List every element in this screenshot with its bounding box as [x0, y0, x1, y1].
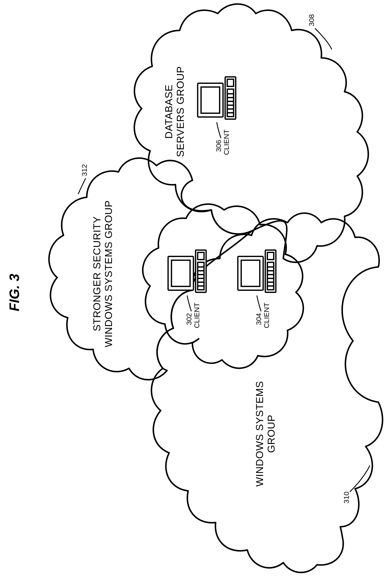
- svg-rect-10: [197, 252, 204, 260]
- client-304-icon: [236, 248, 282, 294]
- ref-310: 310: [342, 492, 350, 503]
- client-302-ref: 302: [185, 313, 193, 325]
- client-304-label: CLIENT: [262, 303, 270, 328]
- leader-312: [78, 178, 86, 194]
- ref-308: 308: [307, 14, 315, 26]
- windows-systems-line1: WINDOWS SYSTEMS: [254, 381, 265, 487]
- leader-302: [187, 295, 191, 311]
- database-servers-line1: DATABASE: [163, 85, 174, 139]
- ref-312: 312: [80, 164, 88, 176]
- svg-rect-1: [171, 260, 190, 286]
- windows-systems-line2: GROUP: [265, 415, 277, 453]
- windows-systems-label: WINDOWS SYSTEMS GROUP: [254, 381, 277, 487]
- svg-rect-12: [241, 260, 260, 286]
- client-304-ref: 304: [255, 313, 262, 325]
- leader-306: [217, 122, 221, 138]
- stronger-security-label: STRONGER SECURITY WINDOWS SYSTEMS GROUP: [91, 200, 114, 347]
- client-302-label: CLIENT: [193, 303, 200, 328]
- client-306-label: CLIENT: [222, 129, 230, 155]
- stronger-security-line2: WINDOWS SYSTEMS GROUP: [103, 200, 114, 347]
- client-306-ref: 306: [214, 140, 222, 152]
- leader-310: [350, 465, 370, 492]
- svg-rect-23: [201, 87, 220, 113]
- diagram-stage: FIG. 3 WINDOWS SYSTEMS GROUP DATABASE SE…: [0, 0, 389, 588]
- stronger-security-line1: STRONGER SECURITY: [91, 216, 102, 331]
- client-306-icon: [195, 75, 242, 121]
- database-servers-label: DATABASE SERVERS GROUP: [163, 66, 186, 157]
- database-servers-line2: SERVERS GROUP: [175, 66, 186, 157]
- client-302-icon: [166, 248, 212, 294]
- svg-rect-21: [267, 252, 274, 260]
- leader-304: [257, 295, 261, 311]
- svg-rect-32: [227, 79, 233, 86]
